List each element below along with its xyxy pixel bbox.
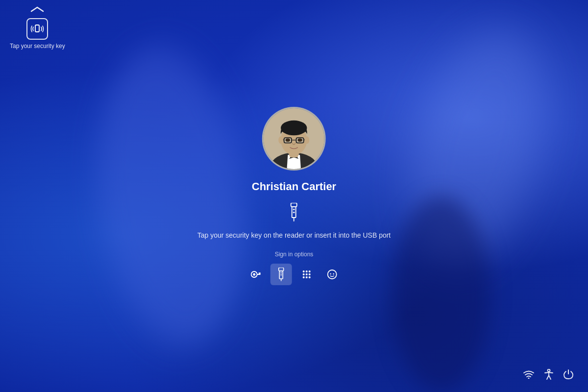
chevrons-icon <box>29 5 45 15</box>
svg-point-20 <box>253 273 256 276</box>
svg-point-27 <box>309 270 311 272</box>
svg-point-35 <box>330 273 331 274</box>
user-name: Christian Cartier <box>252 180 336 193</box>
svg-point-26 <box>306 270 308 272</box>
power-icon[interactable] <box>564 369 573 382</box>
svg-point-38 <box>548 369 550 372</box>
login-panel: Christian Cartier Tap your security key … <box>197 107 391 285</box>
svg-point-31 <box>303 276 305 278</box>
instruction-text: Tap your security key on the reader or i… <box>197 231 391 239</box>
svg-point-33 <box>309 276 311 278</box>
svg-rect-17 <box>293 209 295 210</box>
usb-icon-container <box>287 203 301 223</box>
svg-rect-18 <box>293 212 295 213</box>
avatar <box>262 107 326 171</box>
accessibility-icon[interactable] <box>544 369 554 382</box>
svg-point-25 <box>303 270 305 272</box>
svg-point-11 <box>286 139 291 142</box>
svg-point-28 <box>303 273 305 275</box>
svg-point-32 <box>306 276 308 278</box>
sign-in-face-button[interactable] <box>321 264 343 285</box>
svg-point-37 <box>528 378 530 379</box>
top-left-indicator: Tap your security key <box>10 5 65 49</box>
svg-rect-23 <box>281 272 282 273</box>
top-left-label: Tap your security key <box>10 43 65 49</box>
bg-blob-3 <box>392 196 490 392</box>
svg-point-12 <box>298 139 303 142</box>
svg-point-29 <box>306 273 308 275</box>
svg-point-36 <box>333 273 334 274</box>
system-tray <box>523 369 573 382</box>
sign-in-pin-button[interactable] <box>296 264 318 285</box>
svg-rect-15 <box>291 203 297 207</box>
svg-point-13 <box>279 136 284 144</box>
svg-point-34 <box>328 270 337 279</box>
sign-in-password-button[interactable] <box>245 264 267 285</box>
sign-in-options-label: Sign in options <box>275 251 314 258</box>
security-key-icon <box>287 203 301 221</box>
svg-rect-24 <box>281 274 282 275</box>
svg-point-30 <box>309 273 311 275</box>
sign-in-security-key-button[interactable] <box>270 264 292 285</box>
svg-rect-21 <box>279 268 284 271</box>
nfc-icon-box <box>26 18 48 40</box>
wifi-icon[interactable] <box>523 370 534 381</box>
svg-rect-0 <box>35 25 39 32</box>
svg-point-14 <box>305 136 310 144</box>
sign-in-options <box>245 264 343 285</box>
